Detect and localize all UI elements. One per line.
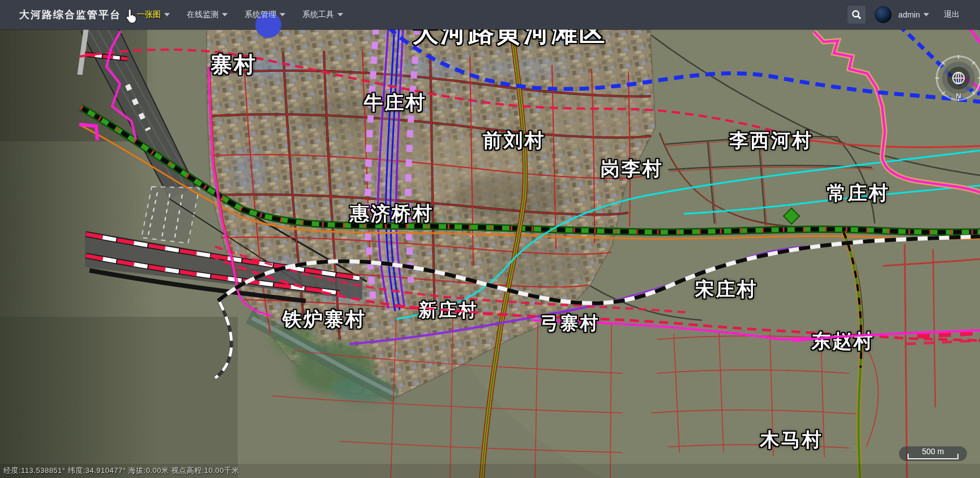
map-base-layer [0, 0, 980, 478]
compass-tick [978, 77, 980, 79]
scale-bar-bracket [908, 454, 958, 459]
menu-label: 一张图 [137, 10, 161, 20]
compass-north-label: N [936, 92, 980, 100]
menu-label: 系统管理 [245, 10, 276, 20]
menu-item-system-management[interactable]: 系统管理 [245, 10, 285, 20]
compass-widget[interactable]: N [936, 55, 980, 101]
status-bar [0, 464, 980, 478]
main-menu: 一张图 在线监测 系统管理 系统工具 [137, 10, 360, 20]
map-village-label: 常庄村 [827, 180, 890, 206]
chevron-down-icon [337, 13, 343, 16]
chevron-down-icon [222, 13, 228, 16]
chevron-down-icon [923, 13, 929, 16]
map-village-label: 铁炉寨村 [283, 307, 366, 333]
map-village-label: 李西河村 [729, 128, 813, 154]
app-title: 大河路综合监管平台 [19, 8, 121, 21]
user-menu[interactable]: admin [898, 10, 929, 19]
app-window: 大河路黄河滩区寨村牛庄村前刘村岗李村李西河村常庄村惠济桥村铁炉寨村新庄村宋庄村弓… [0, 0, 980, 478]
menu-label: 在线监测 [187, 10, 219, 20]
avatar[interactable] [875, 6, 892, 23]
search-icon [851, 10, 862, 20]
map-village-label: 寨村 [211, 50, 257, 79]
menu-item-system-tools[interactable]: 系统工具 [302, 10, 343, 20]
chevron-down-icon [280, 13, 285, 16]
map-village-label: 新庄村 [419, 298, 478, 323]
map-village-label: 前刘村 [483, 128, 546, 154]
map-village-label: 木马村 [760, 427, 823, 453]
search-button[interactable] [848, 6, 866, 24]
map-village-label: 惠济桥村 [350, 201, 434, 227]
menu-item-one-map[interactable]: 一张图 [137, 10, 170, 20]
compass-tick [958, 55, 959, 59]
chevron-down-icon [164, 13, 170, 16]
map-village-label: 宋庄村 [695, 277, 758, 303]
logout-button[interactable]: 退出 [944, 10, 960, 20]
top-navbar: 大河路综合监管平台 一张图 在线监测 系统管理 系统工具 [0, 0, 980, 29]
navbar-right-group: admin 退出 [848, 6, 960, 24]
map-village-label: 东赵村 [812, 329, 875, 355]
compass-tick [935, 77, 939, 79]
map-village-label: 岗李村 [601, 156, 664, 182]
menu-label: 系统工具 [302, 10, 334, 20]
compass-gimbal-icon [951, 70, 966, 86]
map-village-label: 弓寨村 [541, 311, 600, 336]
map-village-label: 牛庄村 [364, 90, 427, 116]
map-canvas[interactable]: 大河路黄河滩区寨村牛庄村前刘村岗李村李西河村常庄村惠济桥村铁炉寨村新庄村宋庄村弓… [0, 0, 980, 478]
menu-item-online-monitoring[interactable]: 在线监测 [187, 10, 228, 20]
username: admin [898, 10, 920, 19]
scale-bar: 500 m [899, 446, 967, 461]
